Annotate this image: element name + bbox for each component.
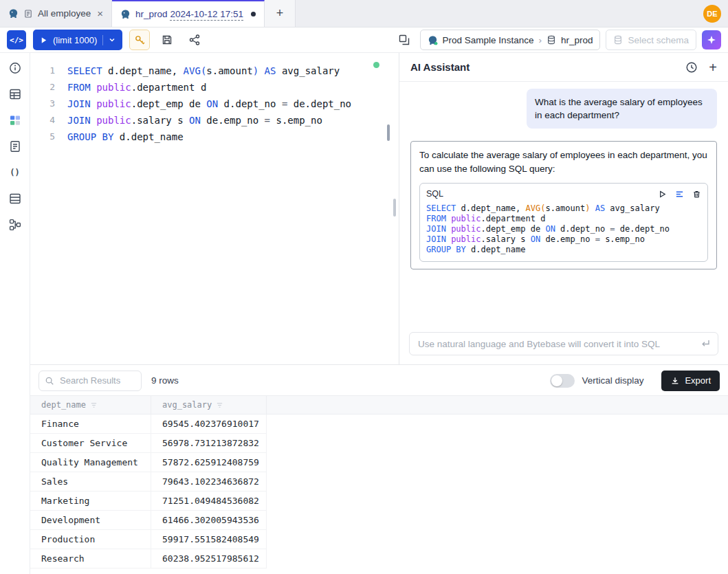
ai-answer-card: To calculate the average salary of emplo… [410,141,717,269]
table-row[interactable]: Research60238.952517985612 [30,549,728,569]
sort-icon[interactable] [216,401,223,409]
parentheses-icon: () [10,168,19,177]
info-icon [8,61,22,75]
tab-timestamp: 2024-10-12 17:51 [170,9,243,21]
run-query-button[interactable]: (limit 1000) [33,30,122,50]
column-header-dept-name[interactable]: dept_name [30,396,151,414]
ai-input-bar [409,332,718,355]
row-filler [267,530,728,549]
vertical-display-toggle[interactable] [550,374,575,388]
play-icon [40,36,47,44]
postgres-icon [8,8,19,19]
cell-dept-name[interactable]: Quality Management [30,453,151,472]
sql-editor-app: All employee × hr_prod 2024-10-12 17:51 … [0,0,728,574]
column-header-avg-salary[interactable]: avg_salary [151,396,267,414]
cell-dept-name[interactable]: Development [30,511,151,530]
vertical-splitter[interactable] [390,53,399,364]
table-row[interactable]: Sales79643.102234636872 [30,472,728,492]
instance-icon [428,35,438,45]
data-rows-button[interactable] [7,190,23,207]
table-row[interactable]: Quality Management57872.625912408759 [30,453,728,472]
ai-conversation: What is the average salary of employees … [399,82,728,323]
cell-avg-salary[interactable]: 56978.731213872832 [151,434,267,453]
avatar[interactable]: DE [703,5,721,23]
worksheet-icon [8,140,22,153]
join-tables-button[interactable] [7,217,23,233]
sql-code[interactable]: SELECT d.dept_name, AVG(s.amount) AS avg… [67,63,382,145]
schema-placeholder: Select schema [628,35,689,45]
ai-assistant-panel: AI Assistant + What is the average salar… [399,53,728,364]
save-icon [161,34,173,46]
sql-editor[interactable]: 12345 SELECT d.dept_name, AVG(s.amount) … [30,53,390,364]
delete-sql-icon[interactable] [692,190,701,199]
new-tab-button[interactable]: + [265,0,296,27]
cell-dept-name[interactable]: Marketing [30,492,151,511]
connection-status-dot [373,62,379,68]
sort-icon[interactable] [90,401,98,409]
code-panel-button[interactable]: </> [7,30,26,49]
cell-avg-salary[interactable]: 69545.402376910017 [151,415,267,434]
save-sheet-button[interactable] [157,30,177,50]
cell-avg-salary[interactable]: 61466.302005943536 [151,511,267,530]
admin-mode-button[interactable] [129,30,150,50]
cell-dept-name[interactable]: Finance [30,415,151,434]
schema-diagram-button[interactable] [7,112,23,129]
line-numbers: 12345 [30,63,55,145]
procedures-button[interactable]: () [7,164,23,181]
run-sql-icon[interactable] [658,190,667,199]
connection-breadcrumb[interactable]: Prod Sample Instance › hr_prod [420,30,601,50]
database-icon [547,35,556,45]
code-language-label: SQL [426,187,650,201]
code-icon: </> [10,36,23,45]
table-row[interactable]: Finance69545.402376910017 [30,415,728,434]
rows-icon [8,192,22,206]
cell-avg-salary[interactable]: 59917.551582408549 [151,530,267,549]
tab-all-employee[interactable]: All employee × [0,0,112,27]
share-sheet-button[interactable] [184,30,205,50]
ai-sql-code: SELECT d.dept_name, AVG(s.amount) AS avg… [420,202,707,261]
batch-query-button[interactable] [394,30,415,50]
worksheet-button[interactable] [7,138,23,155]
left-icon-rail: () [0,53,30,574]
tab-bar: All employee × hr_prod 2024-10-12 17:51 … [0,0,728,27]
schema-icon [613,35,623,45]
table-row[interactable]: Production59917.551582408549 [30,530,728,549]
select-schema-dropdown[interactable]: Select schema [606,30,696,50]
cell-avg-salary[interactable]: 79643.102234636872 [151,472,267,492]
tab-hr-prod[interactable]: hr_prod 2024-10-12 17:51 [112,0,265,27]
cell-avg-salary[interactable]: 60238.952517985612 [151,549,267,569]
table-row[interactable]: Customer Service56978.731213872832 [30,434,728,453]
row-filler [267,434,728,453]
tab-label: All employee [38,8,91,19]
row-filler [267,453,728,472]
close-tab-icon[interactable]: × [97,8,103,19]
search-results-input[interactable] [58,375,135,386]
ai-assistant-button[interactable] [702,30,721,49]
tables-button[interactable] [7,86,23,102]
cell-dept-name[interactable]: Customer Service [30,434,151,453]
editor-toolbar: </> (limit 1000) Prod Sample Instance › [0,27,728,53]
info-button[interactable] [7,60,23,76]
history-icon[interactable] [685,61,698,74]
results-toolbar: 9 rows Vertical display Export [30,366,728,395]
table-row[interactable]: Development61466.302005943536 [30,511,728,530]
table-row[interactable]: Marketing71251.049484536082 [30,492,728,511]
cell-dept-name[interactable]: Sales [30,472,151,492]
cell-avg-salary[interactable]: 71251.049484536082 [151,492,267,511]
cell-dept-name[interactable]: Research [30,549,151,569]
breadcrumb-separator: › [538,35,542,45]
splitter-grip [393,199,396,217]
ai-prompt-input[interactable] [417,338,694,350]
export-button[interactable]: Export [661,371,720,391]
worksheet-icon [23,9,33,19]
new-chat-icon[interactable]: + [709,60,717,74]
run-label: (limit 1000) [53,35,97,45]
cell-dept-name[interactable]: Production [30,530,151,549]
editor-scrollbar[interactable] [387,124,390,141]
header-filler [267,396,728,414]
ai-code-header: SQL [420,184,707,202]
unsaved-indicator [251,12,256,16]
row-filler [267,415,728,434]
cell-avg-salary[interactable]: 57872.625912408759 [151,453,267,472]
format-sql-icon[interactable] [675,190,684,199]
